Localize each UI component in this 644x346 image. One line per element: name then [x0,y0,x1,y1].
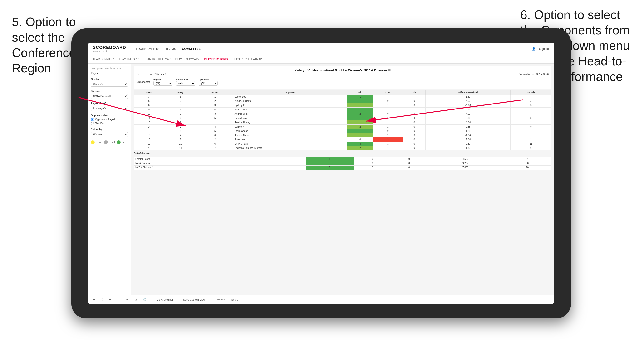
overall-record: Overall Record: 353 - 34 - 6 [136,73,166,76]
out-division-label: Out of division [134,150,552,156]
player-h2h-table: # Div # Reg # Conf Opponent Win Loss Tie… [134,90,552,150]
opponent-filter-select[interactable]: (All) [199,81,218,86]
col-header-conf: # Conf [197,90,233,95]
sidebar-player-section: Player [91,72,128,75]
out-division-table: Foreign Team1004.5002NAIA Division 11500… [134,157,552,170]
radio-opponents-played[interactable]: Opponents Played [91,118,128,121]
sub-nav-player-h2h-heatmap[interactable]: PLAYER H2H HEATMAP [233,57,262,61]
sidebar-colour-label: Colour by [91,128,128,131]
legend-up-label: Up [122,141,125,144]
sidebar-division-label: Division [91,90,128,93]
conference-filter-group: Conference (All) [176,78,195,86]
col-header-rounds: Rounds [510,90,552,95]
legend-down-dot [91,140,95,144]
logo-area: SCOREBOARD Powered by clippd [93,45,126,52]
table-row: 1474Eunice Yi2200.389 [134,125,552,129]
table-row: NAIA Division 115009.26730 [134,161,552,166]
copy-button[interactable]: ⊡ [133,298,138,302]
nav-committee[interactable]: COMMITTEE [182,46,200,51]
col-header-reg: # Reg [164,90,197,95]
region-filter-label: Region [154,78,172,81]
nav-tournaments[interactable]: TOURNAMENTS [136,46,160,51]
sidebar-opponent-view-section: Opponent view Opponents Played Top 100 [91,114,128,125]
radio-top100[interactable]: Top 100 [91,122,128,125]
main-content: Last Updated: 27/03/2024 16:44 Player Ge… [88,64,554,304]
sidebar-division-section: Division NCAA Division III [91,90,128,99]
undo-button[interactable]: ↩ [92,298,96,302]
title-block: Katelyn Vo Head-to-Head Grid for Women's… [134,66,552,89]
sign-out-link[interactable]: Sign out [539,47,550,51]
table-row: 331Esther Lee11.504 [134,95,552,99]
page-title: Katelyn Vo Head-to-Head Grid for Women's… [136,68,548,72]
sub-nav-team-h2h-heatmap[interactable]: TEAM H2H HEATMAP [144,57,170,61]
gender-select[interactable]: Women's [91,82,128,87]
nav-items: TOURNAMENTS TEAMS COMMITTEE [136,46,525,51]
logo-sub: Powered by clippd [93,50,126,52]
toolbar-sep-3 [210,297,210,302]
tablet-screen: SCOREBOARD Powered by clippd TOURNAMENTS… [88,43,554,304]
col-header-div: # Div [134,90,164,95]
save-custom-btn[interactable]: Save Custom View [182,298,207,302]
share-btn[interactable]: Share [230,298,240,302]
sub-nav-team-summary[interactable]: TEAM SUMMARY [93,57,114,61]
sidebar: Last Updated: 27/03/2024 16:44 Player Ge… [88,64,131,304]
bottom-toolbar: ↩ ⟨ ↪ ⟳ ✂ ⊡ 🕐 View: Original Save Custom… [88,295,554,304]
col-header-win: Win [347,90,373,95]
colour-select[interactable]: Win/loss [91,132,128,137]
logo-text: SCOREBOARD [93,45,126,50]
region-filter-group: Region (All) [154,78,172,86]
toolbar-sep-1 [152,297,152,302]
sidebar-gender-section: Gender Women's [91,78,128,87]
watch-btn[interactable]: Watch ▾ [214,298,226,302]
table-row: 1626Jessica Mason120-0.947 [134,133,552,138]
clock-button[interactable]: 🕐 [142,298,148,302]
sidebar-gender-label: Gender [91,78,128,80]
sub-nav-player-summary[interactable]: PLAYER SUMMARY [175,57,200,61]
sub-nav: TEAM SUMMARY TEAM H2H GRID TEAM H2H HEAT… [88,55,554,64]
step-back-button[interactable]: ⟨ [100,298,104,302]
table-row: 1063Andrea York2004.004 [134,112,552,116]
region-filter-select[interactable]: (All) [154,81,172,86]
last-updated-text: Last Updated: 27/03/2024 16:44 [91,67,128,70]
sidebar-opponent-view-label: Opponent view [91,114,128,117]
opponent-filter-label: Opponent [199,78,218,81]
sub-nav-team-h2h-grid[interactable]: TEAM H2H GRID [119,57,140,61]
filter-row: Opponents: Region (All) Conference [136,77,548,87]
sidebar-player-rank-section: Player (Rank) 8. Katelyn Vo [91,102,128,111]
player-rank-select[interactable]: 8. Katelyn Vo [91,106,128,111]
redo-button[interactable]: ↪ [108,298,112,302]
legend-up-dot [117,140,120,144]
table-row: 1311Jessica Huang110-3.002 [134,120,552,125]
legend-level-label: Level [110,141,115,144]
table-row: 1822Euna Lee030-5.002 [134,138,552,142]
user-icon: 👤 [532,47,536,51]
table-row: NCAA Division 25007.40010 [134,166,552,170]
col-header-diff: Diff Av Strokes/Rnd [426,90,510,95]
tablet-frame: SCOREBOARD Powered by clippd TOURNAMENTS… [71,28,571,318]
col-header-loss: Loss [373,90,403,95]
table-row: 1585Stella Cheng1001.254 [134,129,552,133]
sub-nav-player-h2h-grid[interactable]: PLAYER H2H GRID [204,57,228,62]
opponents-filter-label: Opponents: [136,81,150,83]
nav-teams[interactable]: TEAMS [165,46,176,51]
view-original-btn[interactable]: View: Original [155,298,174,302]
toolbar-sep-2 [178,297,178,302]
conference-filter-select[interactable]: (All) [176,81,195,86]
col-header-tie: Tie [403,90,426,95]
sidebar-colour-section: Colour by Win/loss [91,128,128,137]
table-row: 522Alexis Sudjianto1004.003 [134,99,552,103]
sidebar-player-label: Player [91,72,128,75]
data-table-wrapper: # Div # Reg # Conf Opponent Win Loss Tie… [134,90,552,150]
refresh-button[interactable]: ⟳ [116,298,121,302]
cut-button[interactable]: ✂ [125,298,130,302]
table-row: 914Sharon Mun13.673 [134,108,552,112]
table-row: 633Sydney Kuo110-1.003 [134,103,552,108]
col-header-opponent: Opponent [233,90,347,95]
division-select[interactable]: NCAA Division III [91,94,128,99]
conference-filter-label: Conference [176,78,195,81]
records-row: Overall Record: 353 - 34 - 6 Division Re… [136,73,548,76]
sidebar-player-rank-label: Player (Rank) [91,102,128,105]
legend-down-label: Down [96,141,102,144]
out-division-table-wrapper: Foreign Team1004.5002NAIA Division 11500… [134,157,552,170]
opponent-filter-group: Opponent (All) [199,78,218,86]
